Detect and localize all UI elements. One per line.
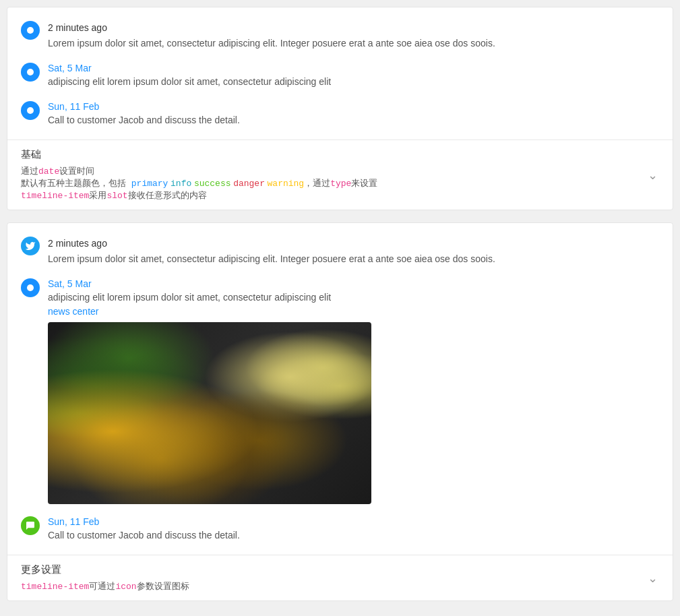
icon-success xyxy=(21,516,40,535)
code-type: type xyxy=(330,179,351,189)
footer-line3-post: 接收任意形式的内容 xyxy=(128,190,207,200)
footer-line2-post2: 来设置 xyxy=(351,178,377,188)
timeline-content-2: Sat, 5 Mar adipiscing elit lorem ipsum d… xyxy=(48,63,659,89)
card-more: 2 minutes ago Lorem ipsum dolor sit amet… xyxy=(7,222,673,601)
timeline-body-1: Lorem ipsum dolor sit amet, consectetur … xyxy=(48,36,659,51)
code-info: info xyxy=(171,179,191,189)
timeline-content-twitter: 2 minutes ago Lorem ipsum dolor sit amet… xyxy=(48,237,659,266)
timeline-item-twitter: 2 minutes ago Lorem ipsum dolor sit amet… xyxy=(21,237,659,266)
footer-title-2: 更多设置 xyxy=(21,563,633,576)
footer-description-1: 基础 通过date设置时间 默认有五种主题颜色，包括 primary info … xyxy=(21,148,646,202)
timeline-date-success: Sun, 11 Feb xyxy=(48,516,659,527)
footer-line2-post: ，通过 xyxy=(304,178,330,188)
code-primary: primary xyxy=(126,179,168,189)
timeline-item-1: 2 minutes ago Lorem ipsum dolor sit amet… xyxy=(21,21,659,51)
timeline-body-twitter: Lorem ipsum dolor sit amet, consectetur … xyxy=(48,252,659,266)
icon-twitter xyxy=(21,237,40,255)
timeline-content-success: Sun, 11 Feb Call to customer Jacob and d… xyxy=(48,516,659,543)
code-danger: danger xyxy=(233,179,265,189)
code-timeline-item: timeline-item xyxy=(21,191,89,201)
footer-date-code: date xyxy=(38,166,59,177)
icon-primary-2 xyxy=(21,63,40,82)
card-footer-2: 更多设置 timeline-item可通过icon参数设置图标 ⌄ xyxy=(21,555,659,600)
timeline-date-3: Sun, 11 Feb xyxy=(48,101,659,112)
footer-line1: 通过date设置时间 xyxy=(21,165,633,177)
timeline-date-2: Sat, 5 Mar xyxy=(48,63,659,73)
timeline-more: 2 minutes ago Lorem ipsum dolor sit amet… xyxy=(21,237,659,543)
code-slot: slot xyxy=(106,191,127,201)
card-footer-1: 基础 通过date设置时间 默认有五种主题颜色，包括 primary info … xyxy=(21,140,659,210)
twitter-icon xyxy=(25,241,36,251)
timeline-item-2: Sat, 5 Mar adipiscing elit lorem ipsum d… xyxy=(21,63,659,89)
svg-point-3 xyxy=(27,284,34,291)
timeline-item-3: Sun, 11 Feb Call to customer Jacob and d… xyxy=(21,101,659,127)
message-icon xyxy=(25,520,36,531)
timeline-body-img: adipiscing elit lorem ipsum dolor sit am… xyxy=(48,290,659,305)
timeline-date-img: Sat, 5 Mar xyxy=(48,278,659,289)
footer-line1-post: 设置时间 xyxy=(59,166,94,176)
svg-point-0 xyxy=(27,27,34,34)
icon-primary-img xyxy=(21,278,40,297)
footer-description-2: 更多设置 timeline-item可通过icon参数设置图标 xyxy=(21,563,646,592)
timeline-item-success: Sun, 11 Feb Call to customer Jacob and d… xyxy=(21,516,659,543)
timeline-time-1: 2 minutes ago xyxy=(48,21,659,35)
code-success: success xyxy=(194,179,231,189)
timeline-item-image: Sat, 5 Mar adipiscing elit lorem ipsum d… xyxy=(21,278,659,504)
chevron-down-icon-2[interactable]: ⌄ xyxy=(646,569,659,587)
timeline-body-3: Call to customer Jacob and discuss the d… xyxy=(48,113,659,127)
footer-line2-pre: 默认有五种主题颜色，包括 xyxy=(21,178,126,188)
timeline-basic: 2 minutes ago Lorem ipsum dolor sit amet… xyxy=(21,21,659,127)
food-image xyxy=(48,322,371,504)
chevron-down-icon-1[interactable]: ⌄ xyxy=(646,166,659,184)
timeline-content-3: Sun, 11 Feb Call to customer Jacob and d… xyxy=(48,101,659,127)
timeline-body-success: Call to customer Jacob and discuss the d… xyxy=(48,528,659,543)
footer-line-2-1: timeline-item可通过icon参数设置图标 xyxy=(21,580,633,592)
food-image-container xyxy=(48,322,371,504)
icon-primary-3 xyxy=(21,101,40,120)
footer-icon-post2: 参数设置图标 xyxy=(137,581,189,591)
timeline-content-1: 2 minutes ago Lorem ipsum dolor sit amet… xyxy=(48,21,659,51)
timeline-time-twitter: 2 minutes ago xyxy=(48,237,659,251)
footer-line2: 默认有五种主题颜色，包括 primary info success danger… xyxy=(21,177,633,189)
timeline-content-image: Sat, 5 Mar adipiscing elit lorem ipsum d… xyxy=(48,278,659,504)
footer-line3: timeline-item采用slot接收任意形式的内容 xyxy=(21,189,633,202)
svg-point-1 xyxy=(27,69,34,75)
icon-primary-1 xyxy=(21,21,40,40)
footer-title-1: 基础 xyxy=(21,148,633,161)
code-icon: icon xyxy=(115,582,136,592)
code-timeline-item-2: timeline-item xyxy=(21,582,89,592)
footer-icon-post: 可通过 xyxy=(89,581,115,591)
circle-icon-img xyxy=(25,282,36,293)
svg-point-2 xyxy=(27,107,34,114)
card-basic: 2 minutes ago Lorem ipsum dolor sit amet… xyxy=(7,7,673,210)
circle-icon xyxy=(25,25,36,36)
code-warning: warning xyxy=(268,179,305,189)
circle-icon-3 xyxy=(25,105,36,116)
timeline-body-2: adipiscing elit lorem ipsum dolor sit am… xyxy=(48,75,659,89)
circle-icon-2 xyxy=(25,67,36,78)
footer-line1-pre: 通过 xyxy=(21,166,38,176)
footer-line3-pre: 采用 xyxy=(89,190,106,200)
news-center-link[interactable]: news center xyxy=(48,306,659,317)
